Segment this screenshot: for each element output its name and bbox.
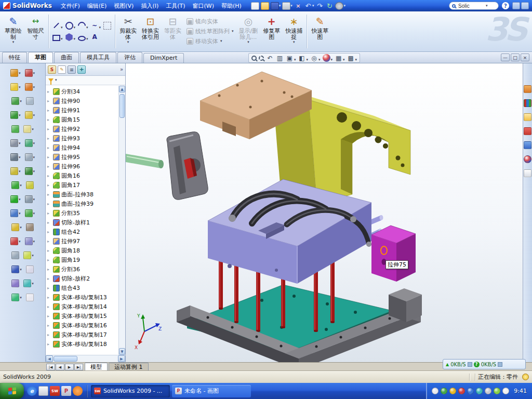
- options-button[interactable]: ▾: [335, 2, 346, 10]
- left-tool-button[interactable]: ▾: [23, 251, 34, 259]
- line-tool[interactable]: ▾: [52, 21, 63, 30]
- view-orientation-button[interactable]: ▣▾: [286, 54, 296, 62]
- zoom-fit-button[interactable]: [251, 56, 257, 61]
- expand-arrow-icon[interactable]: ▸: [47, 220, 51, 225]
- tree-item[interactable]: ▸拉伸93: [47, 134, 118, 143]
- expand-arrow-icon[interactable]: ▸: [47, 239, 51, 244]
- dropdown-arrow-icon[interactable]: ▾: [32, 254, 34, 258]
- tree-item[interactable]: ▸实体-移动/复制14: [47, 302, 118, 311]
- tree-item[interactable]: ▸组合42: [47, 227, 118, 236]
- expand-arrow-icon[interactable]: ▸: [47, 342, 51, 347]
- search-input[interactable]: [457, 3, 484, 9]
- animation-nav-button[interactable]: ◀: [56, 364, 64, 370]
- dropdown-arrow-icon[interactable]: ▾: [290, 4, 292, 8]
- left-tool-button[interactable]: [11, 280, 19, 287]
- paint-icon[interactable]: P: [61, 386, 71, 396]
- menu-item[interactable]: 帮助(H): [218, 1, 245, 11]
- left-tool-button[interactable]: ▾: [10, 111, 21, 119]
- configurationmanager-tab-icon[interactable]: ≡: [68, 65, 76, 74]
- left-tool-button[interactable]: ▾: [11, 265, 22, 273]
- dropdown-arrow-icon[interactable]: ▾: [343, 4, 345, 8]
- dropdown-arrow-icon[interactable]: ▾: [33, 155, 35, 159]
- tab-模具工具[interactable]: 模具工具: [80, 52, 116, 63]
- construction-frame-tool[interactable]: [103, 21, 112, 30]
- expand-arrow-icon[interactable]: ▸: [47, 108, 51, 113]
- graphics-viewport[interactable]: Y Z X 拉伸75: [126, 63, 523, 362]
- task-paint[interactable]: P未命名 - 画图: [172, 385, 251, 397]
- left-tool-button[interactable]: [11, 125, 19, 133]
- expand-arrow-icon[interactable]: ▸: [47, 230, 51, 234]
- tree-item[interactable]: ▸圆角17: [47, 180, 118, 190]
- meter-grid-icon[interactable]: [498, 362, 502, 367]
- trim-entities-button[interactable]: ✂剪裁实体▾: [117, 12, 139, 50]
- redo-button[interactable]: ↷: [315, 2, 324, 10]
- left-tool-button[interactable]: [26, 97, 34, 105]
- expand-arrow-icon[interactable]: ▸: [47, 211, 51, 216]
- tree-item[interactable]: ▸实体-移动/复制16: [47, 321, 118, 330]
- left-tool-button[interactable]: ▾: [25, 69, 35, 77]
- tray-icon[interactable]: [494, 388, 500, 394]
- dropdown-arrow-icon[interactable]: ▾: [20, 99, 22, 103]
- expand-arrow-icon[interactable]: ▸: [47, 183, 51, 188]
- propertymanager-tab-icon[interactable]: ✎: [58, 65, 66, 74]
- tray-icon[interactable]: [467, 388, 474, 394]
- tree-item[interactable]: ▸拉伸92: [47, 124, 118, 134]
- expand-arrow-icon[interactable]: ▸: [47, 323, 51, 328]
- left-tool-button[interactable]: ▾: [11, 181, 22, 189]
- part-purple-mold-body[interactable]: [208, 179, 383, 284]
- minimize-button[interactable]: —: [501, 54, 510, 61]
- quick-snaps-button[interactable]: ∗快速捕捉▾: [283, 12, 305, 50]
- expand-arrow-icon[interactable]: ▸: [47, 314, 51, 318]
- dropdown-arrow-icon[interactable]: ▾: [293, 41, 295, 44]
- expand-arrow-icon[interactable]: ▸: [47, 276, 51, 281]
- quick-sketch-button[interactable]: ✎快速草图: [309, 12, 331, 50]
- dropdown-arrow-icon[interactable]: ▾: [220, 39, 222, 43]
- tree-vertical-scrollbar[interactable]: ▲ ▼: [118, 86, 125, 355]
- tab-评估[interactable]: 评估: [117, 52, 142, 63]
- tree-item[interactable]: ▸拉伸97: [47, 236, 118, 246]
- tab-曲面[interactable]: 曲面: [54, 52, 79, 63]
- design-library-icon[interactable]: [524, 99, 531, 107]
- dropdown-arrow-icon[interactable]: ▾: [32, 127, 34, 131]
- tree-item[interactable]: ▸曲面-拉伸39: [47, 199, 118, 208]
- undo-button[interactable]: ↶▾: [303, 2, 315, 10]
- left-tool-button[interactable]: [26, 294, 34, 301]
- dropdown-arrow-icon[interactable]: ▾: [318, 58, 321, 62]
- scroll-up-icon[interactable]: ▲: [119, 86, 125, 92]
- tree-item[interactable]: ▸圆角18: [47, 246, 118, 255]
- search-dropdown-icon[interactable]: ▾: [486, 4, 488, 8]
- dropdown-arrow-icon[interactable]: ▾: [33, 113, 35, 117]
- apply-scene-button[interactable]: ▦▾: [335, 54, 345, 62]
- tab-DimXpert[interactable]: DimXpert: [143, 53, 184, 63]
- menu-item[interactable]: 视图(V): [110, 1, 137, 11]
- left-tool-button[interactable]: ▾: [25, 139, 35, 147]
- dropdown-arrow-icon[interactable]: ▾: [307, 58, 309, 62]
- sketch-button[interactable]: ✎草图绘制▾: [2, 12, 24, 50]
- 3d-model-scene[interactable]: Y Z X: [126, 63, 523, 362]
- dropdown-arrow-icon[interactable]: ▾: [33, 85, 35, 89]
- left-tool-button[interactable]: ▾: [10, 139, 21, 147]
- dropdown-arrow-icon[interactable]: ▾: [19, 197, 21, 202]
- toggle-taskpane-icon[interactable]: [512, 2, 520, 9]
- expand-arrow-icon[interactable]: ▸: [47, 286, 51, 290]
- left-tool-button[interactable]: ▾: [25, 195, 35, 203]
- arc-tool[interactable]: ▾: [77, 21, 89, 30]
- dropdown-arrow-icon[interactable]: ▾: [61, 26, 63, 30]
- custom-properties-icon[interactable]: [524, 169, 531, 177]
- tree-item[interactable]: ▸实体-移动/复制15: [47, 311, 118, 321]
- dropdown-arrow-icon[interactable]: ▾: [20, 268, 22, 272]
- dropdown-arrow-icon[interactable]: ▾: [74, 37, 76, 41]
- dropdown-arrow-icon[interactable]: ▾: [355, 58, 357, 62]
- tree-item[interactable]: ▸切除-放样2: [47, 274, 118, 283]
- dropdown-arrow-icon[interactable]: ▾: [33, 169, 35, 174]
- save-button[interactable]: ▾: [270, 2, 282, 10]
- expand-arrow-icon[interactable]: ▸: [47, 304, 51, 309]
- tray-icon[interactable]: [449, 388, 456, 394]
- left-tool-button[interactable]: [26, 265, 34, 273]
- solidworks-icon[interactable]: SW: [50, 386, 60, 396]
- tree-item[interactable]: ▸切除-放样1: [47, 218, 118, 227]
- search-box[interactable]: ▾: [449, 2, 499, 10]
- expand-arrow-icon[interactable]: ▸: [47, 89, 51, 94]
- menu-item[interactable]: 工具(T): [162, 1, 189, 11]
- tab-草图[interactable]: 草图: [28, 52, 53, 63]
